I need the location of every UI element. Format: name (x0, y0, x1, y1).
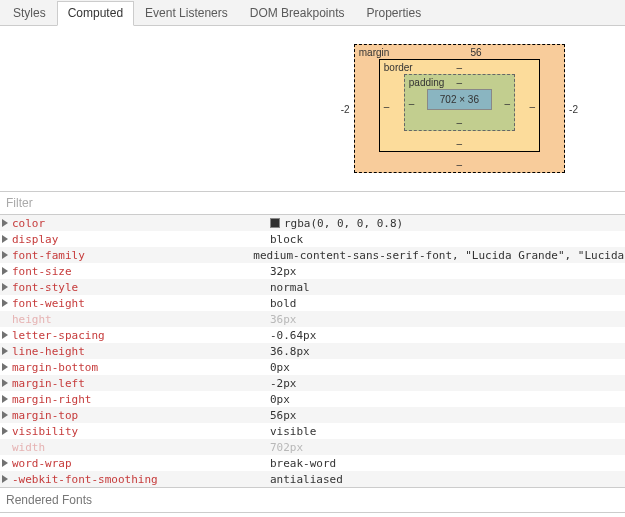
property-name: font-size (12, 265, 270, 278)
property-name: font-style (12, 281, 270, 294)
property-value: 0px (270, 361, 290, 374)
padding-left-value: – (409, 97, 415, 108)
property-row[interactable]: word-wrapbreak-word (0, 455, 625, 471)
property-value: 0px (270, 393, 290, 406)
property-row[interactable]: height36px (0, 311, 625, 327)
property-value: medium-content-sans-serif-font, "Lucida … (253, 249, 625, 262)
property-row[interactable]: margin-top56px (0, 407, 625, 423)
expand-triangle-icon[interactable] (2, 235, 8, 243)
property-row[interactable]: colorrgba(0, 0, 0, 0.8) (0, 215, 625, 231)
margin-bottom-value: – (457, 159, 463, 170)
property-name: width (12, 441, 270, 454)
border-top-value: – (457, 62, 463, 73)
property-value-text: 0px (270, 393, 290, 406)
expand-triangle-icon[interactable] (2, 267, 8, 275)
property-row[interactable]: line-height36.8px (0, 343, 625, 359)
padding-right-value: – (504, 97, 510, 108)
property-row[interactable]: margin-right0px (0, 391, 625, 407)
property-value: 36.8px (270, 345, 310, 358)
property-value-text: 36.8px (270, 345, 310, 358)
expand-triangle-icon[interactable] (2, 427, 8, 435)
margin-right-value: -2 (569, 103, 578, 114)
property-value: rgba(0, 0, 0, 0.8) (270, 217, 403, 230)
property-row[interactable]: font-stylenormal (0, 279, 625, 295)
property-value: -0.64px (270, 329, 316, 342)
property-row[interactable]: font-familymedium-content-sans-serif-fon… (0, 247, 625, 263)
property-value-text: rgba(0, 0, 0, 0.8) (284, 217, 403, 230)
property-row[interactable]: margin-bottom0px (0, 359, 625, 375)
expand-triangle-icon[interactable] (2, 475, 8, 483)
property-value-text: block (270, 233, 303, 246)
tab-properties[interactable]: Properties (355, 1, 432, 26)
property-value-text: 56px (270, 409, 297, 422)
property-value: 36px (270, 313, 297, 326)
expand-triangle-icon[interactable] (2, 299, 8, 307)
property-name: line-height (12, 345, 270, 358)
expand-triangle-icon[interactable] (2, 331, 8, 339)
expand-triangle-icon[interactable] (2, 379, 8, 387)
tab-event-listeners[interactable]: Event Listeners (134, 1, 239, 26)
content-box[interactable]: 702 × 36 (427, 89, 492, 110)
property-name: font-family (12, 249, 253, 262)
property-value-text: -2px (270, 377, 297, 390)
property-name: height (12, 313, 270, 326)
border-right-value: – (529, 100, 535, 111)
property-name: visibility (12, 425, 270, 438)
color-swatch-icon (270, 218, 280, 228)
rendered-font-entry: Kievit Pro Bold — Network resource (13 g… (0, 513, 625, 517)
property-value: break-word (270, 457, 336, 470)
property-row[interactable]: font-weightbold (0, 295, 625, 311)
padding-top-value: – (457, 77, 463, 88)
property-name: -webkit-font-smoothing (12, 473, 270, 486)
border-bottom-value: – (457, 138, 463, 149)
property-value: 32px (270, 265, 297, 278)
property-row[interactable]: letter-spacing-0.64px (0, 327, 625, 343)
property-value-text: break-word (270, 457, 336, 470)
property-row[interactable]: font-size32px (0, 263, 625, 279)
tab-bar: Styles Computed Event Listeners DOM Brea… (0, 0, 625, 26)
expand-triangle-icon[interactable] (2, 347, 8, 355)
property-value-text: -0.64px (270, 329, 316, 342)
property-value: 702px (270, 441, 303, 454)
property-name: font-weight (12, 297, 270, 310)
expand-triangle-icon[interactable] (2, 411, 8, 419)
property-name: margin-left (12, 377, 270, 390)
property-value: -2px (270, 377, 297, 390)
expand-triangle-icon[interactable] (2, 219, 8, 227)
property-value-text: bold (270, 297, 297, 310)
property-name: margin-bottom (12, 361, 270, 374)
border-box[interactable]: border – – – – padding – – – – 702 × 36 (379, 59, 540, 152)
computed-properties-list: colorrgba(0, 0, 0, 0.8)displayblockfont-… (0, 215, 625, 487)
padding-label: padding (409, 77, 445, 88)
box-model-diagram: margin 56 -2 – -2 border – – – – padding… (0, 26, 625, 191)
tab-dom-breakpoints[interactable]: DOM Breakpoints (239, 1, 356, 26)
property-value-text: visible (270, 425, 316, 438)
property-row[interactable]: displayblock (0, 231, 625, 247)
filter-input[interactable]: Filter (0, 191, 625, 215)
property-value-text: 36px (270, 313, 297, 326)
margin-box[interactable]: margin 56 -2 – -2 border – – – – padding… (354, 44, 565, 173)
property-name: margin-right (12, 393, 270, 406)
property-name: display (12, 233, 270, 246)
expand-triangle-icon[interactable] (2, 363, 8, 371)
margin-left-value: -2 (341, 103, 350, 114)
expand-triangle-icon[interactable] (2, 395, 8, 403)
property-row[interactable]: visibilityvisible (0, 423, 625, 439)
expand-triangle-icon[interactable] (2, 459, 8, 467)
property-value-text: 32px (270, 265, 297, 278)
padding-box[interactable]: padding – – – – 702 × 36 (404, 74, 515, 131)
expand-triangle-icon[interactable] (2, 283, 8, 291)
tab-styles[interactable]: Styles (2, 1, 57, 26)
margin-top-value: 56 (471, 47, 482, 58)
rendered-fonts-header: Rendered Fonts (0, 487, 625, 513)
border-left-value: – (384, 100, 390, 111)
tab-computed[interactable]: Computed (57, 1, 134, 26)
border-label: border (384, 62, 413, 73)
margin-label: margin (359, 47, 390, 58)
property-row[interactable]: margin-left-2px (0, 375, 625, 391)
property-value-text: 702px (270, 441, 303, 454)
property-row[interactable]: -webkit-font-smoothingantialiased (0, 471, 625, 487)
property-value: antialiased (270, 473, 343, 486)
expand-triangle-icon[interactable] (2, 251, 8, 259)
property-row[interactable]: width702px (0, 439, 625, 455)
